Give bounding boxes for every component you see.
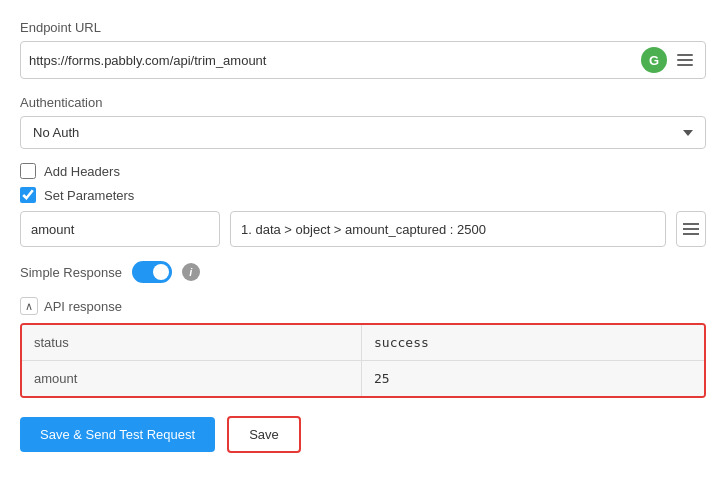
authentication-value: No Auth — [33, 125, 79, 140]
add-headers-checkbox[interactable] — [20, 163, 36, 179]
menu-icon[interactable] — [673, 50, 697, 70]
save-button[interactable]: Save — [227, 416, 301, 453]
parameters-row: 1. data > object > amount_captured : 250… — [20, 211, 706, 247]
footer-row: Save & Send Test Request Save — [20, 416, 706, 453]
api-response-label: API response — [44, 299, 122, 314]
response-key-amount: amount — [22, 361, 362, 396]
table-row: amount — [22, 361, 704, 396]
simple-response-toggle[interactable] — [132, 261, 172, 283]
response-value-amount[interactable] — [362, 361, 704, 396]
set-parameters-label: Set Parameters — [44, 188, 134, 203]
add-headers-label: Add Headers — [44, 164, 120, 179]
info-icon[interactable]: i — [182, 263, 200, 281]
grammarly-icon[interactable]: G — [641, 47, 667, 73]
api-response-table: status amount — [20, 323, 706, 398]
api-response-header: ∧ API response — [20, 297, 706, 315]
toggle-knob — [153, 264, 169, 280]
simple-response-label: Simple Response — [20, 265, 122, 280]
chevron-down-icon — [683, 130, 693, 136]
authentication-label: Authentication — [20, 95, 706, 110]
param-value-box: 1. data > object > amount_captured : 250… — [230, 211, 666, 247]
set-parameters-row: Set Parameters — [20, 187, 706, 203]
set-parameters-checkbox[interactable] — [20, 187, 36, 203]
endpoint-url-row: https://forms.pabbly.com/api/trim_amount… — [20, 41, 706, 79]
table-row: status — [22, 325, 704, 361]
collapse-icon[interactable]: ∧ — [20, 297, 38, 315]
param-key-input[interactable] — [20, 211, 220, 247]
authentication-select[interactable]: No Auth — [20, 116, 706, 149]
response-key-status: status — [22, 325, 362, 360]
response-value-status[interactable] — [362, 325, 704, 360]
authentication-section: Authentication No Auth — [20, 95, 706, 149]
param-value-text: 1. data > object > amount_captured : 250… — [241, 222, 486, 237]
param-menu-button[interactable] — [676, 211, 706, 247]
simple-response-row: Simple Response i — [20, 261, 706, 283]
add-headers-row: Add Headers — [20, 163, 706, 179]
endpoint-url-text: https://forms.pabbly.com/api/trim_amount — [29, 53, 641, 68]
save-test-button[interactable]: Save & Send Test Request — [20, 417, 215, 452]
endpoint-label: Endpoint URL — [20, 20, 706, 35]
